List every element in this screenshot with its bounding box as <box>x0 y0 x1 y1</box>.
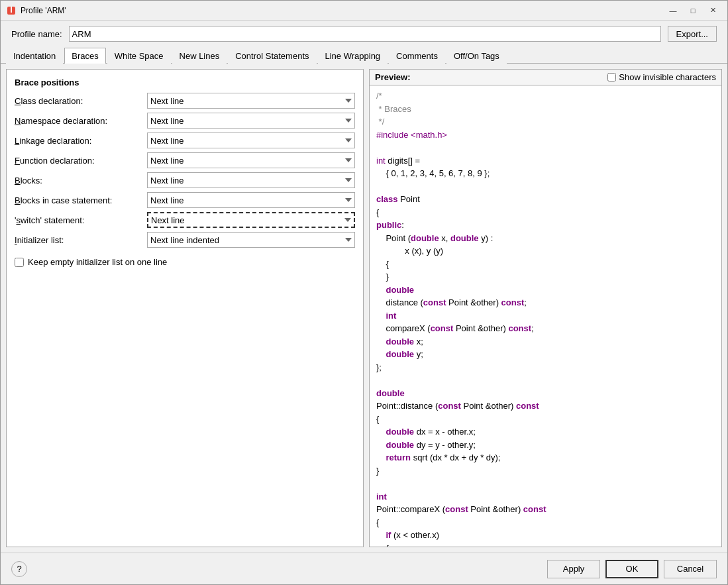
profile-name-input[interactable] <box>69 26 661 42</box>
blocks-select[interactable]: Same line Next line Next line indented <box>147 172 355 188</box>
svg-text:I: I <box>10 6 13 15</box>
section-title: Brace positions <box>15 78 355 87</box>
ok-button[interactable]: OK <box>605 560 658 578</box>
cancel-button[interactable]: Cancel <box>664 560 717 578</box>
profile-name-label: Profile name: <box>11 29 62 39</box>
class-declaration-row: Class declaration: Same line Next line N… <box>15 93 355 109</box>
linkage-declaration-row: Linkage declaration: Same line Next line… <box>15 133 355 148</box>
initializer-list-label: Initializer list: <box>15 235 147 245</box>
preview-header: Preview: Show invisible characters <box>370 70 721 85</box>
class-declaration-select[interactable]: Same line Next line Next line indented <box>147 93 355 109</box>
function-declaration-row: Function declaration: Same line Next lin… <box>15 152 355 168</box>
apply-button[interactable]: Apply <box>547 560 600 578</box>
export-button[interactable]: Export... <box>668 26 717 42</box>
help-button[interactable]: ? <box>11 561 27 577</box>
title-bar: I Profile 'ARM' — □ ✕ <box>1 1 727 21</box>
switch-statement-label: 'switch' statement: <box>15 215 147 225</box>
linkage-declaration-label: Linkage declaration: <box>15 136 147 146</box>
tab-control-statements[interactable]: Control Statements <box>228 48 316 64</box>
show-invisible-label: Show invisible characters <box>619 72 716 82</box>
minimize-button[interactable]: — <box>664 4 682 17</box>
preview-label: Preview: <box>375 72 607 82</box>
initializer-list-row: Initializer list: Same line Next line Ne… <box>15 232 355 248</box>
blocks-case-label: Blocks in case statement: <box>15 195 147 205</box>
left-panel: Brace positions Class declaration: Same … <box>6 69 364 547</box>
linkage-declaration-select[interactable]: Same line Next line Next line indented <box>147 133 355 148</box>
tab-whitespace[interactable]: White Space <box>107 48 171 64</box>
switch-statement-row: 'switch' statement: Same line Next line … <box>15 212 355 228</box>
tab-line-wrapping[interactable]: Line Wrapping <box>318 48 388 64</box>
blocks-row: Blocks: Same line Next line Next line in… <box>15 172 355 188</box>
tab-comments[interactable]: Comments <box>389 48 445 64</box>
switch-statement-select[interactable]: Same line Next line Next line indented <box>147 212 355 228</box>
show-invisible-checkbox[interactable] <box>607 73 616 81</box>
keep-empty-label: Keep empty initializer list on one line <box>28 257 167 267</box>
main-content: Brace positions Class declaration: Same … <box>1 64 727 553</box>
main-window: I Profile 'ARM' — □ ✕ Profile name: Expo… <box>0 0 728 585</box>
blocks-case-row: Blocks in case statement: Same line Next… <box>15 192 355 208</box>
function-declaration-select[interactable]: Same line Next line Next line indented <box>147 152 355 168</box>
profile-row: Profile name: Export... <box>1 21 727 47</box>
blocks-case-select[interactable]: Same line Next line Next line indented <box>147 192 355 208</box>
maximize-button[interactable]: □ <box>684 4 702 17</box>
tab-braces[interactable]: Braces <box>64 48 105 64</box>
tab-offon-tags[interactable]: Off/On Tags <box>446 48 507 64</box>
right-panel: Preview: Show invisible characters /* * … <box>369 69 722 547</box>
tab-newlines[interactable]: New Lines <box>172 48 227 64</box>
bottom-bar: ? Apply OK Cancel <box>1 553 727 584</box>
namespace-declaration-row: Namespace declaration: Same line Next li… <box>15 113 355 129</box>
window-title: Profile 'ARM' <box>21 6 664 15</box>
app-icon: I <box>6 5 17 16</box>
tab-indentation[interactable]: Indentation <box>6 48 63 64</box>
namespace-declaration-label: Namespace declaration: <box>15 116 147 126</box>
bottom-buttons: Apply OK Cancel <box>547 560 717 578</box>
function-declaration-label: Function declaration: <box>15 156 147 166</box>
show-invisible-row: Show invisible characters <box>607 72 716 82</box>
tabs-bar: Indentation Braces White Space New Lines… <box>1 47 727 64</box>
initializer-list-select[interactable]: Same line Next line Next line indented <box>147 232 355 248</box>
blocks-label: Blocks: <box>15 176 147 186</box>
class-declaration-label: Class declaration: <box>15 96 147 106</box>
preview-code: /* * Braces */ #include <math.h> int dig… <box>370 85 721 547</box>
close-button[interactable]: ✕ <box>703 4 722 17</box>
namespace-declaration-select[interactable]: Same line Next line Next line indented <box>147 113 355 129</box>
keep-empty-checkbox[interactable] <box>15 258 24 267</box>
window-controls: — □ ✕ <box>664 4 722 17</box>
keep-empty-checkbox-row: Keep empty initializer list on one line <box>15 257 355 267</box>
